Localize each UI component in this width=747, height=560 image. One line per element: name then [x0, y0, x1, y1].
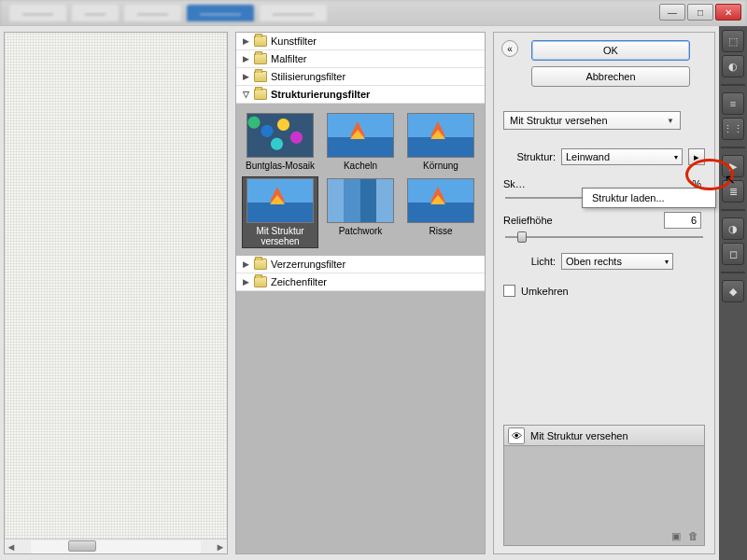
licht-select[interactable]: Oben rechts ▾: [561, 253, 673, 270]
filter-select-label: Mit Struktur versehen: [510, 115, 608, 126]
tool-button[interactable]: ◻: [722, 243, 744, 265]
filter-thumb-patchwork[interactable]: Patchwork: [322, 176, 399, 248]
chevron-down-icon: ▾: [674, 153, 678, 161]
ok-button[interactable]: OK: [531, 40, 690, 61]
horizontal-scrollbar[interactable]: ◄ ►: [5, 539, 227, 553]
slider-thumb[interactable]: [517, 231, 527, 243]
triangle-right-icon: ▶: [242, 54, 250, 63]
category-label: Verzerrungsfilter: [271, 259, 345, 270]
relief-slider[interactable]: [505, 236, 703, 238]
category-malfilter[interactable]: ▶ Malfilter: [236, 50, 485, 68]
tool-button[interactable]: ⬚: [722, 30, 744, 52]
category-label: Kunstfilter: [271, 35, 317, 47]
tool-button[interactable]: ◆: [722, 280, 744, 302]
chevron-down-icon: ▼: [667, 117, 674, 125]
category-strukturierungsfilter[interactable]: ▽ Strukturierungsfilter: [236, 86, 485, 104]
right-toolbar: ⬚ ◐ ≡ ⋮⋮ ▶ ≣ ◑ ◻ ◆: [719, 26, 747, 560]
relief-row: Reliefhöhe 6: [503, 212, 705, 242]
scroll-thumb[interactable]: [68, 540, 96, 552]
struktur-select[interactable]: Leinwand ▾: [561, 148, 683, 165]
category-label: Strukturierungsfilter: [271, 89, 370, 100]
category-label: Zeichenfilter: [271, 276, 327, 287]
window-minimize-button[interactable]: —: [659, 4, 685, 21]
scroll-right-icon[interactable]: ►: [214, 540, 227, 553]
eye-icon: 👁: [512, 430, 522, 441]
licht-label: Licht:: [503, 256, 556, 267]
tab[interactable]: ————: [260, 5, 327, 21]
preview-canvas[interactable]: [5, 33, 227, 539]
folder-icon: [254, 53, 267, 64]
category-kunstfilter[interactable]: ▶ Kunstfilter: [236, 33, 485, 50]
category-label: Stilisierungsfilter: [271, 71, 345, 82]
trash-icon[interactable]: 🗑: [688, 530, 698, 542]
thumbnail-grid: Buntglas-Mosaik Kacheln Körnung Mit Stru…: [236, 104, 485, 256]
folder-icon: [254, 89, 267, 100]
filter-thumb-buntglas[interactable]: Buntglas-Mosaik: [242, 111, 318, 173]
controls-panel: « OK Abbrechen Mit Struktur versehen ▼ S…: [493, 32, 715, 554]
filter-select[interactable]: Mit Struktur versehen ▼: [503, 111, 681, 130]
folder-icon: [254, 259, 267, 270]
tool-button[interactable]: ◑: [722, 217, 744, 240]
layer-title: Mit Struktur versehen: [530, 430, 628, 441]
menu-item-struktur-laden[interactable]: Struktur laden...: [583, 189, 715, 207]
folder-icon: [254, 35, 267, 47]
relief-value-input[interactable]: 6: [664, 212, 701, 229]
effect-layers-panel: 👁 Mit Struktur versehen ▣ 🗑: [503, 425, 705, 546]
folder-icon: [254, 71, 267, 82]
tab[interactable]: ———: [124, 5, 181, 21]
scroll-left-icon[interactable]: ◄: [5, 540, 18, 553]
top-tab-bar: ——— —— ——— ———— ————: [0, 0, 747, 26]
filter-thumb-kacheln[interactable]: Kacheln: [322, 111, 399, 173]
struktur-flyout-button[interactable]: ▸: [688, 148, 705, 165]
category-label: Malfilter: [271, 53, 307, 64]
triangle-down-icon: ▽: [242, 90, 250, 99]
collapse-button[interactable]: «: [501, 40, 518, 57]
filter-thumb-koernung[interactable]: Körnung: [402, 111, 479, 173]
preview-panel: ◄ ►: [4, 32, 228, 554]
struktur-popup-menu: Struktur laden...: [582, 188, 716, 208]
tab[interactable]: ——: [72, 5, 119, 21]
umkehren-label: Umkehren: [521, 286, 569, 297]
window-close-button[interactable]: ✕: [715, 4, 741, 21]
cursor-icon: ↖: [725, 172, 736, 187]
triangle-right-icon: ▶: [242, 36, 250, 46]
cancel-button[interactable]: Abbrechen: [531, 66, 690, 87]
filter-gallery-panel: ▶ Kunstfilter ▶ Malfilter ▶ Stilisierung…: [235, 32, 486, 554]
new-layer-icon[interactable]: ▣: [671, 530, 681, 542]
tool-button[interactable]: ⋮⋮: [722, 118, 744, 140]
category-stilisierungsfilter[interactable]: ▶ Stilisierungsfilter: [236, 68, 485, 86]
struktur-label: Struktur:: [503, 151, 556, 162]
relief-label: Reliefhöhe: [503, 215, 553, 226]
category-verzerrungsfilter[interactable]: ▶ Verzerrungsfilter: [236, 256, 485, 273]
triangle-right-icon: ▶: [242, 259, 250, 269]
triangle-right-icon: ▶: [242, 277, 250, 287]
filter-thumb-risse[interactable]: Risse: [402, 176, 479, 248]
umkehren-checkbox[interactable]: [503, 285, 515, 297]
category-zeichenfilter[interactable]: ▶ Zeichenfilter: [236, 273, 485, 291]
tab[interactable]: ———: [9, 5, 66, 21]
folder-icon: [254, 276, 267, 287]
filter-thumb-mit-struktur[interactable]: Mit Struktur versehen: [242, 176, 318, 248]
triangle-right-icon: ▶: [242, 72, 250, 81]
tab-active[interactable]: ————: [187, 5, 254, 21]
visibility-toggle[interactable]: 👁: [508, 427, 525, 444]
tool-button[interactable]: ≡: [722, 92, 744, 115]
chevron-down-icon: ▾: [665, 258, 669, 266]
tool-button[interactable]: ◐: [722, 55, 744, 77]
window-maximize-button[interactable]: □: [687, 4, 713, 21]
